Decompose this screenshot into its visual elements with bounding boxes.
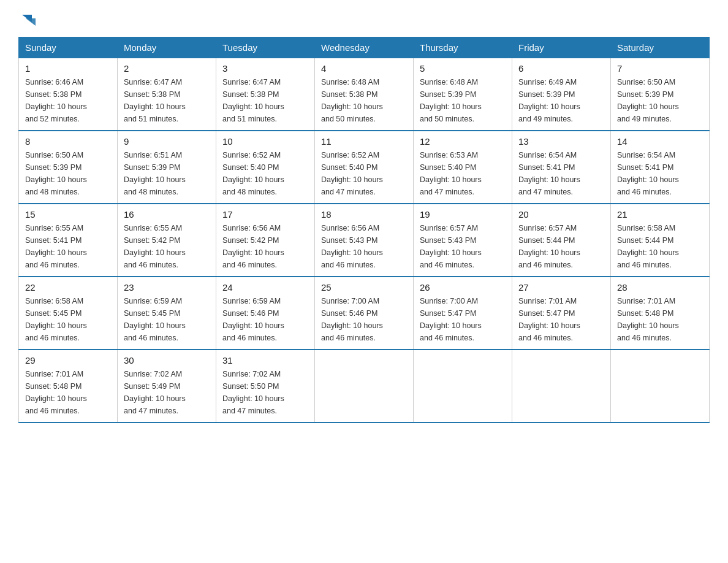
day-number: 29 xyxy=(25,355,111,366)
day-of-week-header: Wednesday xyxy=(315,37,414,58)
calendar-cell: 20 Sunrise: 6:57 AMSunset: 5:44 PMDaylig… xyxy=(512,204,611,277)
calendar-cell: 11 Sunrise: 6:52 AMSunset: 5:40 PMDaylig… xyxy=(315,131,414,204)
day-info: Sunrise: 6:52 AMSunset: 5:40 PMDaylight:… xyxy=(321,149,407,198)
day-of-week-header: Monday xyxy=(118,37,216,58)
day-number: 19 xyxy=(420,209,506,220)
day-info: Sunrise: 6:49 AMSunset: 5:39 PMDaylight:… xyxy=(518,76,604,125)
logo xyxy=(18,12,37,25)
day-number: 17 xyxy=(222,209,308,220)
day-number: 8 xyxy=(25,136,111,147)
day-of-week-header: Thursday xyxy=(414,37,512,58)
day-info: Sunrise: 7:00 AMSunset: 5:46 PMDaylight:… xyxy=(321,295,407,344)
day-number: 10 xyxy=(222,136,308,147)
day-info: Sunrise: 6:52 AMSunset: 5:40 PMDaylight:… xyxy=(222,149,308,198)
calendar-cell: 1 Sunrise: 6:46 AMSunset: 5:38 PMDayligh… xyxy=(19,58,118,131)
day-info: Sunrise: 6:55 AMSunset: 5:41 PMDaylight:… xyxy=(25,222,111,271)
day-number: 6 xyxy=(518,63,604,74)
calendar-cell: 28 Sunrise: 7:01 AMSunset: 5:48 PMDaylig… xyxy=(611,277,710,350)
day-of-week-header: Saturday xyxy=(611,37,710,58)
day-number: 20 xyxy=(518,209,604,220)
day-info: Sunrise: 6:57 AMSunset: 5:44 PMDaylight:… xyxy=(518,222,604,271)
day-number: 21 xyxy=(617,209,703,220)
calendar-cell: 21 Sunrise: 6:58 AMSunset: 5:44 PMDaylig… xyxy=(611,204,710,277)
day-number: 30 xyxy=(124,355,210,366)
calendar-cell: 13 Sunrise: 6:54 AMSunset: 5:41 PMDaylig… xyxy=(512,131,611,204)
day-number: 25 xyxy=(321,282,407,293)
day-number: 16 xyxy=(124,209,210,220)
day-info: Sunrise: 6:55 AMSunset: 5:42 PMDaylight:… xyxy=(124,222,210,271)
day-number: 5 xyxy=(420,63,506,74)
calendar-cell: 9 Sunrise: 6:51 AMSunset: 5:39 PMDayligh… xyxy=(118,131,216,204)
day-info: Sunrise: 6:58 AMSunset: 5:44 PMDaylight:… xyxy=(617,222,703,271)
calendar-cell: 10 Sunrise: 6:52 AMSunset: 5:40 PMDaylig… xyxy=(216,131,315,204)
calendar-cell xyxy=(315,350,414,423)
day-info: Sunrise: 7:01 AMSunset: 5:48 PMDaylight:… xyxy=(617,295,703,344)
calendar-cell: 26 Sunrise: 7:00 AMSunset: 5:47 PMDaylig… xyxy=(414,277,512,350)
day-info: Sunrise: 7:02 AMSunset: 5:49 PMDaylight:… xyxy=(124,368,210,417)
day-number: 28 xyxy=(617,282,703,293)
calendar-cell: 24 Sunrise: 6:59 AMSunset: 5:46 PMDaylig… xyxy=(216,277,315,350)
day-of-week-header: Sunday xyxy=(19,37,118,58)
calendar-cell: 12 Sunrise: 6:53 AMSunset: 5:40 PMDaylig… xyxy=(414,131,512,204)
day-info: Sunrise: 6:59 AMSunset: 5:46 PMDaylight:… xyxy=(222,295,308,344)
day-number: 18 xyxy=(321,209,407,220)
calendar-cell: 14 Sunrise: 6:54 AMSunset: 5:41 PMDaylig… xyxy=(611,131,710,204)
calendar-cell: 17 Sunrise: 6:56 AMSunset: 5:42 PMDaylig… xyxy=(216,204,315,277)
day-info: Sunrise: 7:00 AMSunset: 5:47 PMDaylight:… xyxy=(420,295,506,344)
day-info: Sunrise: 6:53 AMSunset: 5:40 PMDaylight:… xyxy=(420,149,506,198)
day-of-week-header: Friday xyxy=(512,37,611,58)
day-of-week-header: Tuesday xyxy=(216,37,315,58)
svg-marker-1 xyxy=(26,18,36,26)
calendar-table: SundayMondayTuesdayWednesdayThursdayFrid… xyxy=(18,37,710,423)
calendar-cell: 3 Sunrise: 6:47 AMSunset: 5:38 PMDayligh… xyxy=(216,58,315,131)
day-number: 14 xyxy=(617,136,703,147)
day-number: 24 xyxy=(222,282,308,293)
day-info: Sunrise: 6:54 AMSunset: 5:41 PMDaylight:… xyxy=(518,149,604,198)
calendar-cell: 19 Sunrise: 6:57 AMSunset: 5:43 PMDaylig… xyxy=(414,204,512,277)
calendar-cell: 6 Sunrise: 6:49 AMSunset: 5:39 PMDayligh… xyxy=(512,58,611,131)
calendar-cell: 30 Sunrise: 7:02 AMSunset: 5:49 PMDaylig… xyxy=(118,350,216,423)
calendar-cell: 25 Sunrise: 7:00 AMSunset: 5:46 PMDaylig… xyxy=(315,277,414,350)
calendar-cell: 31 Sunrise: 7:02 AMSunset: 5:50 PMDaylig… xyxy=(216,350,315,423)
day-number: 11 xyxy=(321,136,407,147)
day-info: Sunrise: 6:50 AMSunset: 5:39 PMDaylight:… xyxy=(617,76,703,125)
day-number: 3 xyxy=(222,63,308,74)
day-info: Sunrise: 6:46 AMSunset: 5:38 PMDaylight:… xyxy=(25,76,111,125)
day-info: Sunrise: 6:51 AMSunset: 5:39 PMDaylight:… xyxy=(124,149,210,198)
day-info: Sunrise: 6:48 AMSunset: 5:38 PMDaylight:… xyxy=(321,76,407,125)
calendar-cell xyxy=(611,350,710,423)
day-number: 15 xyxy=(25,209,111,220)
calendar-cell: 7 Sunrise: 6:50 AMSunset: 5:39 PMDayligh… xyxy=(611,58,710,131)
day-number: 27 xyxy=(518,282,604,293)
logo-arrow-icon xyxy=(20,11,37,28)
calendar-cell: 16 Sunrise: 6:55 AMSunset: 5:42 PMDaylig… xyxy=(118,204,216,277)
day-number: 13 xyxy=(518,136,604,147)
day-info: Sunrise: 7:02 AMSunset: 5:50 PMDaylight:… xyxy=(222,368,308,417)
day-info: Sunrise: 6:50 AMSunset: 5:39 PMDaylight:… xyxy=(25,149,111,198)
day-number: 23 xyxy=(124,282,210,293)
calendar-cell: 8 Sunrise: 6:50 AMSunset: 5:39 PMDayligh… xyxy=(19,131,118,204)
calendar-cell: 15 Sunrise: 6:55 AMSunset: 5:41 PMDaylig… xyxy=(19,204,118,277)
day-info: Sunrise: 6:47 AMSunset: 5:38 PMDaylight:… xyxy=(222,76,308,125)
day-number: 2 xyxy=(124,63,210,74)
day-number: 4 xyxy=(321,63,407,74)
day-info: Sunrise: 6:58 AMSunset: 5:45 PMDaylight:… xyxy=(25,295,111,344)
calendar-cell: 29 Sunrise: 7:01 AMSunset: 5:48 PMDaylig… xyxy=(19,350,118,423)
day-number: 26 xyxy=(420,282,506,293)
day-info: Sunrise: 6:56 AMSunset: 5:43 PMDaylight:… xyxy=(321,222,407,271)
day-number: 22 xyxy=(25,282,111,293)
calendar-cell: 18 Sunrise: 6:56 AMSunset: 5:43 PMDaylig… xyxy=(315,204,414,277)
calendar-cell: 23 Sunrise: 6:59 AMSunset: 5:45 PMDaylig… xyxy=(118,277,216,350)
day-number: 7 xyxy=(617,63,703,74)
calendar-cell: 27 Sunrise: 7:01 AMSunset: 5:47 PMDaylig… xyxy=(512,277,611,350)
calendar-cell: 2 Sunrise: 6:47 AMSunset: 5:38 PMDayligh… xyxy=(118,58,216,131)
day-info: Sunrise: 6:47 AMSunset: 5:38 PMDaylight:… xyxy=(124,76,210,125)
day-number: 9 xyxy=(124,136,210,147)
day-number: 31 xyxy=(222,355,308,366)
day-info: Sunrise: 6:48 AMSunset: 5:39 PMDaylight:… xyxy=(420,76,506,125)
calendar-cell xyxy=(512,350,611,423)
day-info: Sunrise: 6:57 AMSunset: 5:43 PMDaylight:… xyxy=(420,222,506,271)
day-info: Sunrise: 6:56 AMSunset: 5:42 PMDaylight:… xyxy=(222,222,308,271)
calendar-cell: 22 Sunrise: 6:58 AMSunset: 5:45 PMDaylig… xyxy=(19,277,118,350)
day-number: 1 xyxy=(25,63,111,74)
